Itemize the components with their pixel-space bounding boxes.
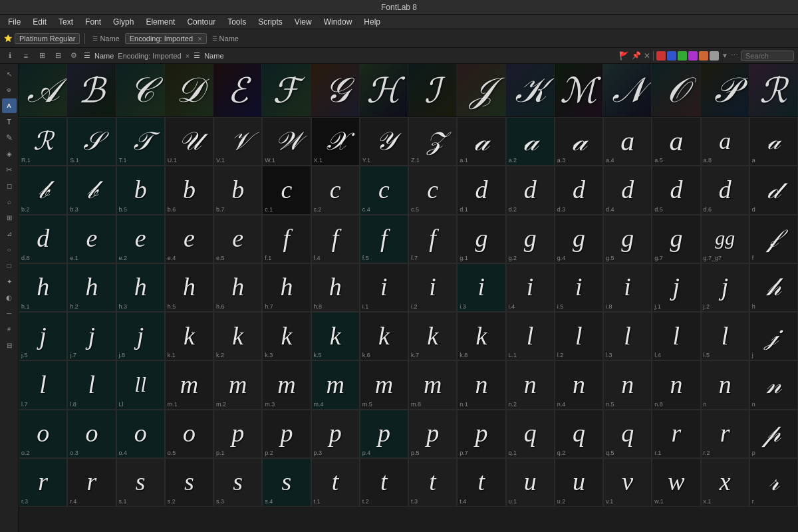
glyph-cell[interactable]: gg.4 xyxy=(555,215,603,263)
menu-view[interactable]: View xyxy=(289,16,317,28)
glyph-cell[interactable]: 𝓇r xyxy=(749,458,798,507)
glyph-cell[interactable]: kk.8 xyxy=(457,312,505,360)
glyph-cell[interactable]: pp.1 xyxy=(213,410,262,458)
glyph-cell[interactable]: jj.7 xyxy=(67,312,116,360)
glyph-cell[interactable]: ll.4 xyxy=(652,312,700,360)
glyph-cell[interactable]: 𝒴Y.1 xyxy=(360,117,408,166)
glyph-cell[interactable]: mm.2 xyxy=(213,360,262,409)
knife-tool[interactable]: ✂ xyxy=(2,162,17,177)
swatch-gray[interactable] xyxy=(710,51,719,61)
search-input[interactable] xyxy=(741,51,794,61)
grid-icon[interactable]: ⊞ xyxy=(36,50,48,62)
fill-tool[interactable]: ◐ xyxy=(2,290,17,305)
banner-glyph-16[interactable]: ℛ xyxy=(749,64,798,116)
glyph-cell[interactable]: 𝒵Z.1 xyxy=(408,117,457,166)
glyph-cell[interactable]: 𝒶a xyxy=(749,117,798,166)
glyph-cell[interactable]: kk.1 xyxy=(165,312,213,360)
glyph-cell[interactable]: nn.1 xyxy=(457,360,505,409)
glyph-cell[interactable]: pp.4 xyxy=(360,410,408,458)
encoding-filter-close[interactable]: × xyxy=(186,52,190,60)
glyph-cell[interactable]: tt.2 xyxy=(360,458,408,507)
anchor-tool[interactable]: ⊿ xyxy=(2,226,17,241)
glyph-cell[interactable]: aa.4 xyxy=(603,117,652,166)
glyph-cell[interactable]: gg.5 xyxy=(603,215,652,263)
glyph-cell[interactable]: vv.1 xyxy=(603,458,652,507)
glyph-cell[interactable]: jj.1 xyxy=(652,263,700,312)
banner-glyph-9[interactable]: ℐ xyxy=(408,64,457,116)
glyph-cell[interactable]: nn.4 xyxy=(555,360,603,409)
glyph-cell[interactable]: 𝒻f xyxy=(749,215,798,263)
menu-file[interactable]: File xyxy=(3,16,26,28)
glyph-cell[interactable]: cc.2 xyxy=(311,166,360,214)
glyph-cell[interactable]: qq.2 xyxy=(555,410,603,458)
menu-glyph[interactable]: Glyph xyxy=(108,16,139,28)
glyph-cell[interactable]: ii.2 xyxy=(408,263,457,312)
glyph-cell[interactable]: rr.4 xyxy=(67,458,116,507)
glyph-cell[interactable]: dd.3 xyxy=(555,166,603,214)
banner-glyph-5[interactable]: ℰ xyxy=(213,64,262,116)
glyph-cell[interactable]: ff.1 xyxy=(262,215,311,263)
glyph-cell[interactable]: jj.8 xyxy=(116,312,165,360)
list-icon[interactable]: ≡ xyxy=(20,50,32,62)
menu-font[interactable]: Font xyxy=(80,16,106,28)
banner-glyph-13[interactable]: 𝒩 xyxy=(603,64,652,116)
swatch-red[interactable] xyxy=(656,51,666,61)
glyph-cell[interactable]: ww.1 xyxy=(652,458,700,507)
glyph-cell[interactable]: dd.2 xyxy=(506,166,555,214)
glyph-cell[interactable]: oo.3 xyxy=(67,410,116,458)
glyph-cell[interactable]: kk.2 xyxy=(213,312,262,360)
glyph-cell[interactable]: kk.6 xyxy=(360,312,408,360)
glyph-cell[interactable]: dd.1 xyxy=(457,166,505,214)
glyph-cell[interactable]: nn xyxy=(701,360,749,409)
glyph-cell[interactable]: 𝒷b.3 xyxy=(67,166,116,214)
glyph-cell[interactable]: rr.3 xyxy=(19,458,67,507)
glyph-cell[interactable]: ll.2 xyxy=(555,312,603,360)
glyph-cell[interactable]: nn.8 xyxy=(652,360,700,409)
glyph-cell[interactable]: bb.6 xyxy=(165,166,213,214)
glyph-cell[interactable]: 𝒿j xyxy=(749,312,798,360)
glyph-cell[interactable]: ee.1 xyxy=(67,215,116,263)
glyph-cell[interactable]: nn.5 xyxy=(603,360,652,409)
glyph-cell[interactable]: pp.5 xyxy=(408,410,457,458)
grid-tool[interactable]: # xyxy=(2,322,17,336)
glyph-cell[interactable]: cc.1 xyxy=(262,166,311,214)
glyph-cell[interactable]: jj.2 xyxy=(701,263,749,312)
line-tool[interactable]: ─ xyxy=(2,306,17,321)
glyph-area[interactable]: 𝒜 ℬ 𝒞 𝒟 ℰ ℱ 𝒢 ℋ ℐ 𝒥 𝒦 ℳ 𝒩 𝒪 𝒫 ℛ ℛR.1 𝒮S.… xyxy=(19,64,798,532)
glyph-cell[interactable]: ll.3 xyxy=(603,312,652,360)
banner-glyph-10[interactable]: 𝒥 xyxy=(457,64,505,116)
glyph-cell[interactable]: xx.1 xyxy=(701,458,749,507)
glyph-cell[interactable]: 𝒳X.1 xyxy=(311,117,360,166)
glyph-cell[interactable]: 𝒷b.2 xyxy=(19,166,67,214)
glyph-cell[interactable]: ff.4 xyxy=(311,215,360,263)
banner-glyph-12[interactable]: ℳ xyxy=(555,64,603,116)
glyph-cell[interactable]: ggg.7_g7 xyxy=(701,215,749,263)
glyph-cell[interactable]: cc.4 xyxy=(360,166,408,214)
more-icon[interactable]: ⋯ xyxy=(731,51,738,60)
swatch-purple[interactable] xyxy=(688,51,698,61)
glyph-cell[interactable]: ff.5 xyxy=(360,215,408,263)
glyph-cell[interactable]: ss.3 xyxy=(213,458,262,507)
menu-contour[interactable]: Contour xyxy=(182,16,221,28)
glyph-cell[interactable]: mm.8 xyxy=(408,360,457,409)
glyph-cell[interactable]: 𝒽h xyxy=(749,263,798,312)
rect-tool[interactable]: □ xyxy=(2,258,17,273)
glyph-cell[interactable]: pp.3 xyxy=(311,410,360,458)
type-tool[interactable]: T xyxy=(2,114,17,129)
glyph-cell[interactable]: 𝒱V.1 xyxy=(213,117,262,166)
font-name-tag[interactable]: Platinum Regular xyxy=(15,33,80,44)
glyph-cell[interactable]: 𝒹d xyxy=(749,166,798,214)
glyph-cell[interactable]: 𝒮S.1 xyxy=(67,117,116,166)
banner-glyph-4[interactable]: 𝒟 xyxy=(165,64,213,116)
menu-scripts[interactable]: Scripts xyxy=(253,16,288,28)
glyph-cell[interactable]: ii.3 xyxy=(457,263,505,312)
menu-tools[interactable]: Tools xyxy=(222,16,251,28)
pointer-tool[interactable]: ↖ xyxy=(2,66,17,81)
glyph-cell[interactable]: llLl xyxy=(116,360,165,409)
glyph-cell[interactable]: 𝓅p xyxy=(749,410,798,458)
encoding-tag[interactable]: Encoding: Imported × xyxy=(125,33,207,44)
glyph-cell[interactable]: mm.3 xyxy=(262,360,311,409)
glyph-cell[interactable]: dd.5 xyxy=(652,166,700,214)
glyph-cell[interactable]: 𝒯T.1 xyxy=(116,117,165,166)
glyph-cell[interactable]: hh.6 xyxy=(213,263,262,312)
